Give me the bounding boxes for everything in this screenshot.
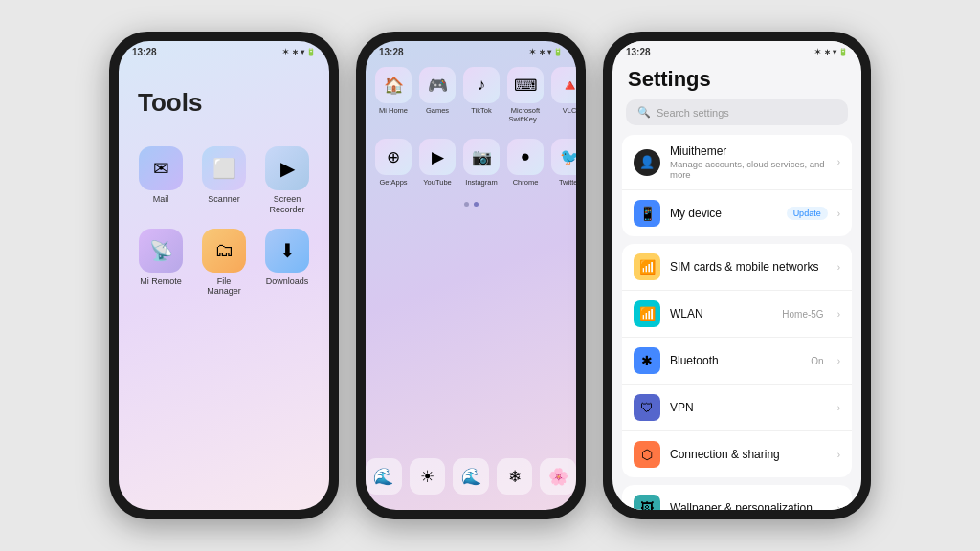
- chevron-icon: ›: [837, 356, 840, 366]
- tools-app-filemanager[interactable]: 🗂 File Manager: [199, 229, 249, 298]
- settings-section-display: 🖼 Wallpaper & personalization › 🔒 Always…: [622, 485, 852, 510]
- settings-search[interactable]: 🔍 Search settings: [626, 99, 848, 125]
- wlan-icon: 📶: [634, 300, 660, 327]
- phone-2-time: 13:28: [379, 47, 404, 57]
- home-app-mihome[interactable]: 🏠 Mi Home: [375, 67, 412, 123]
- chevron-icon: ›: [837, 209, 840, 219]
- home-icon: ▶: [419, 139, 456, 175]
- tools-app-scanner[interactable]: ⬜ Scanner: [199, 146, 249, 215]
- home-app-vlc[interactable]: 🔺 VLC: [551, 67, 576, 123]
- settings-title: Settings: [612, 59, 861, 99]
- phone-2-status-icons: ✶ ∗ ▾ 🔋: [529, 48, 563, 56]
- settings-item-vpn[interactable]: 🛡 VPN ›: [622, 385, 852, 431]
- settings-item-account[interactable]: 👤 Miuithemer Manage accounts, cloud serv…: [622, 135, 852, 190]
- sim-text: SIM cards & mobile networks: [670, 260, 828, 274]
- tools-app-downloads[interactable]: ⬇ Downloads: [262, 229, 312, 298]
- chevron-icon: ›: [837, 503, 840, 511]
- connection-icon: ⬡: [634, 441, 660, 468]
- chevron-icon: ›: [837, 309, 840, 320]
- account-label: Miuithemer: [670, 144, 828, 158]
- tools-title: Tools: [119, 59, 329, 137]
- settings-item-connection[interactable]: ⬡ Connection & sharing ›: [622, 431, 852, 477]
- home-label: Twitter: [559, 178, 576, 187]
- home-app-youtube[interactable]: ▶ YouTube: [419, 139, 456, 187]
- home-app-twitter[interactable]: 🐦 Twitter: [551, 139, 576, 187]
- tools-app-miremote[interactable]: 📡 Mi Remote: [136, 229, 186, 298]
- wallpaper-text: Wallpaper & personalization: [670, 501, 828, 510]
- wlan-label: WLAN: [670, 307, 772, 320]
- home-icon: 🎮: [419, 67, 456, 103]
- connection-text: Connection & sharing: [670, 448, 828, 461]
- dock-icon[interactable]: 🌸: [540, 458, 576, 495]
- home-app-tiktok[interactable]: ♪ TikTok: [463, 67, 500, 123]
- wallpaper-label: Wallpaper & personalization: [670, 501, 828, 510]
- home-app-games[interactable]: 🎮 Games: [419, 67, 456, 123]
- search-placeholder: Search settings: [657, 107, 729, 119]
- phone-1: 13:28 ✶ ∗ ▾ 🔋 Tools ✉ Mail ⬜ Scanner ▶ S…: [109, 32, 339, 519]
- home-label: GetApps: [379, 178, 407, 187]
- app-icon: 📡: [139, 229, 183, 273]
- home-icon: ♪: [463, 67, 500, 103]
- dock: 🌊☀🌊❄🌸: [366, 458, 576, 495]
- tools-app-mail[interactable]: ✉ Mail: [136, 146, 186, 215]
- bluetooth-text: Bluetooth: [670, 354, 801, 367]
- mydevice-text: My device: [670, 207, 777, 220]
- bluetooth-icon: ✱: [634, 347, 660, 374]
- app-icon: ✉: [139, 146, 183, 190]
- account-text: Miuithemer Manage accounts, cloud servic…: [670, 144, 828, 180]
- app-label: Screen Recorder: [262, 194, 312, 215]
- home-icon: ●: [507, 139, 544, 175]
- bluetooth-value: On: [811, 356, 823, 366]
- dot-1: [464, 202, 469, 207]
- phone-3-status-bar: 13:28 ✶ ∗ ▾ 🔋: [612, 41, 861, 59]
- settings-item-sim[interactable]: 📶 SIM cards & mobile networks ›: [622, 244, 852, 291]
- dock-icon[interactable]: 🌊: [453, 458, 489, 495]
- app-label: Mi Remote: [140, 276, 182, 287]
- phone-3: 13:28 ✶ ∗ ▾ 🔋 Settings 🔍 Search settings…: [603, 32, 871, 519]
- home-label: YouTube: [423, 178, 451, 187]
- bluetooth-label: Bluetooth: [670, 354, 801, 367]
- wlan-value: Home-5G: [782, 309, 823, 320]
- home-label: Chrome: [513, 178, 539, 187]
- tools-app-screenrecorder[interactable]: ▶ Screen Recorder: [262, 146, 312, 215]
- home-row1: 🏠 Mi Home 🎮 Games ♪ TikTok ⌨ Microsoft S…: [366, 59, 576, 131]
- vpn-icon: 🛡: [634, 394, 660, 421]
- home-label: VLC: [563, 106, 576, 115]
- home-app-getapps[interactable]: ⊕ GetApps: [375, 139, 412, 187]
- home-label: Games: [426, 106, 449, 115]
- app-icon: 🗂: [202, 229, 246, 273]
- phone-3-time: 13:28: [626, 47, 651, 57]
- settings-item-wallpaper[interactable]: 🖼 Wallpaper & personalization ›: [622, 485, 852, 510]
- vpn-label: VPN: [670, 401, 828, 414]
- app-label: Scanner: [208, 194, 240, 205]
- wlan-text: WLAN: [670, 307, 772, 320]
- home-icon: ⌨: [507, 67, 544, 103]
- home-icon: 📷: [463, 139, 500, 175]
- phone-1-status-icons: ✶ ∗ ▾ 🔋: [282, 48, 316, 56]
- settings-item-mydevice[interactable]: 📱 My device Update ›: [622, 190, 852, 236]
- chevron-icon: ›: [837, 403, 840, 413]
- dock-icon[interactable]: 🌊: [366, 458, 402, 495]
- app-label: File Manager: [199, 276, 249, 298]
- dock-icon[interactable]: ❄: [497, 458, 533, 495]
- chevron-icon: ›: [837, 157, 840, 167]
- phone-3-screen: 13:28 ✶ ∗ ▾ 🔋 Settings 🔍 Search settings…: [612, 41, 861, 510]
- dock-icon[interactable]: ☀: [410, 458, 446, 495]
- phone-2-status-bar: 13:28 ✶ ∗ ▾ 🔋: [366, 41, 576, 59]
- settings-item-wlan[interactable]: 📶 WLAN Home-5G ›: [622, 291, 852, 338]
- settings-item-bluetooth[interactable]: ✱ Bluetooth On ›: [622, 338, 852, 385]
- phone-1-time: 13:28: [132, 47, 157, 57]
- settings-list: 👤 Miuithemer Manage accounts, cloud serv…: [612, 135, 861, 510]
- home-app-microsoftswiftkey...[interactable]: ⌨ Microsoft SwiftKey...: [507, 67, 544, 123]
- search-icon: 🔍: [637, 106, 651, 119]
- phone-1-screen: 13:28 ✶ ∗ ▾ 🔋 Tools ✉ Mail ⬜ Scanner ▶ S…: [119, 41, 329, 510]
- home-label: Mi Home: [379, 106, 408, 115]
- app-icon: ▶: [265, 146, 309, 190]
- home-app-instagram[interactable]: 📷 Instagram: [463, 139, 500, 187]
- home-row2: ⊕ GetApps ▶ YouTube 📷 Instagram ● Chrome…: [366, 131, 576, 194]
- mydevice-icon: 📱: [634, 200, 660, 227]
- app-label: Mail: [153, 194, 169, 205]
- app-icon: ⬇: [265, 229, 309, 273]
- home-label: TikTok: [471, 106, 491, 115]
- home-app-chrome[interactable]: ● Chrome: [507, 139, 544, 187]
